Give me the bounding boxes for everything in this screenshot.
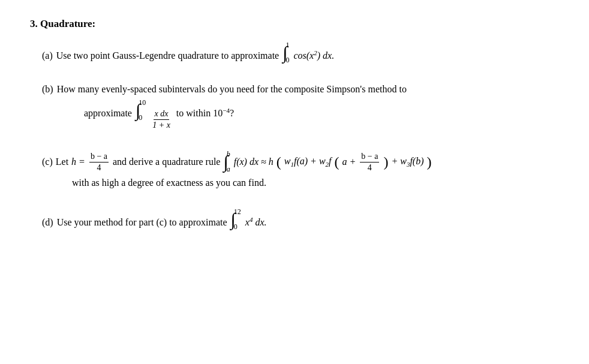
part-d-text1: Use your method for part (c) to approxim…	[57, 217, 227, 228]
integral-upper-a: 1	[286, 41, 289, 50]
inner-paren-right: )	[383, 155, 388, 169]
integral-limits-c: b a	[227, 150, 230, 174]
part-c-w1fa: w1f(a) + w2f	[284, 156, 332, 168]
part-b-line2: approximate ∫ 10 0 x dx 1 + x to within …	[42, 98, 559, 131]
outer-paren-right: )	[426, 155, 431, 169]
part-c-text-line2: with as high a degree of exactness as yo…	[72, 178, 266, 188]
h-frac-den: 4	[95, 163, 102, 173]
part-c-text3: f(x) dx ≈ h	[234, 157, 274, 167]
part-c-line1: (c) Let h = b − a 4 and derive a quadrat…	[42, 150, 559, 174]
integral-upper-b: 10	[139, 98, 146, 107]
problem-title: Quadrature:	[40, 18, 95, 29]
problem-header: 3. Quadrature:	[30, 18, 559, 30]
part-d-line: (d) Use your method for part (c) to appr…	[42, 207, 559, 231]
part-b-fraction: x dx 1 + x	[151, 109, 172, 131]
part-d-integral: ∫ 12 0	[231, 207, 242, 231]
part-d: (d) Use your method for part (c) to appr…	[30, 207, 559, 231]
integral-lower-b: 0	[139, 113, 146, 122]
h-frac-num: b − a	[89, 151, 109, 163]
inner-paren-left: (	[335, 155, 339, 169]
integral-limits-a: 1 0	[286, 41, 289, 65]
part-b-line1: (b) How many evenly-spaced subintervals …	[42, 84, 559, 95]
integral-lower-c: a	[227, 165, 230, 174]
part-c-h-frac: b − a 4	[89, 151, 109, 173]
part-d-label: (d)	[42, 217, 53, 228]
inner-frac-num: b − a	[360, 151, 379, 163]
frac-denominator-b: 1 + x	[151, 120, 172, 131]
part-c-h: h =	[71, 157, 85, 167]
problem-container: 3. Quadrature: (a) Use two point Gauss-L…	[30, 18, 559, 231]
part-b-text3: to within 10−4?	[176, 107, 234, 119]
part-a-integral: ∫ 1 0	[283, 41, 290, 65]
part-c-inner-a: a +	[342, 157, 356, 167]
integral-upper-d: 12	[234, 207, 241, 216]
integral-limits-b: 10 0	[139, 98, 146, 122]
part-b: (b) How many evenly-spaced subintervals …	[30, 84, 559, 131]
part-a: (a) Use two point Gauss-Legendre quadrat…	[30, 41, 559, 65]
frac-numerator-b: x dx	[154, 109, 170, 120]
part-b-integral: ∫ 10 0	[136, 98, 146, 122]
integral-lower-a: 0	[286, 56, 289, 65]
part-c-label: (c)	[42, 157, 53, 167]
part-c-text1: Let	[56, 157, 68, 167]
integral-upper-c: b	[227, 150, 230, 159]
part-c: (c) Let h = b − a 4 and derive a quadrat…	[30, 150, 559, 188]
part-d-integrand: x4 dx.	[245, 216, 267, 228]
outer-paren-left: (	[277, 155, 281, 169]
part-b-text1: How many evenly-spaced subintervals do y…	[57, 84, 407, 95]
part-c-inner-frac: b − a 4	[360, 151, 379, 173]
part-a-text1: Use two point Gauss-Legendre quadrature …	[56, 50, 279, 61]
part-b-label: (b)	[42, 84, 53, 95]
part-a-label: (a)	[42, 50, 53, 61]
part-a-x2: x2	[309, 50, 317, 61]
part-c-line2: with as high a degree of exactness as yo…	[42, 178, 559, 188]
problem-number: 3.	[30, 18, 38, 29]
integral-lower-d: 0	[234, 222, 241, 231]
part-c-w3fb: + w3f(b)	[391, 156, 423, 168]
integral-limits-d: 12 0	[234, 207, 241, 231]
part-a-line: (a) Use two point Gauss-Legendre quadrat…	[42, 41, 559, 65]
inner-frac-den: 4	[366, 163, 373, 173]
part-a-integrand: cos(x2) dx.	[293, 49, 334, 61]
part-c-text2: and derive a quadrature rule	[113, 157, 220, 167]
part-b-text2: approximate	[84, 108, 132, 119]
part-c-integral: ∫ b a	[223, 150, 230, 174]
